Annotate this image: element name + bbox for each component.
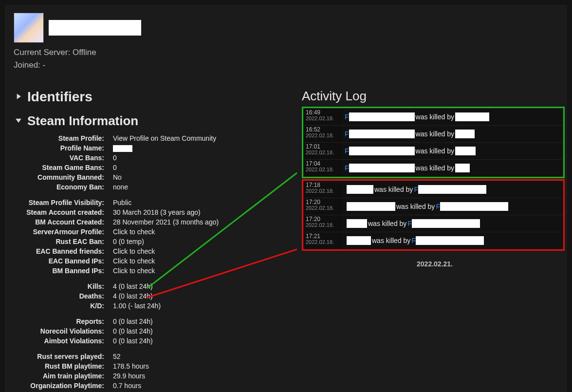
log-name-prefix: F — [345, 164, 349, 172]
steam-info-toggle[interactable]: Steam Information — [14, 113, 286, 129]
table-row[interactable]: 16:522022.02.18. F was killed by — [304, 125, 563, 142]
log-name-prefix: F — [345, 113, 349, 121]
activity-deaths-block: 17:182022.02.18. was killed by F 17:2020… — [302, 179, 565, 251]
next-date-divider: 2022.02.21. — [417, 260, 453, 268]
activity-log-title: Activity Log — [302, 89, 565, 104]
eac-friends-link[interactable]: Click to check — [113, 246, 155, 256]
bm-play-value: 178.5 hours — [113, 361, 149, 371]
deaths-value: 4 (0 last 24h) — [113, 291, 153, 301]
steam-created-value: 30 March 2018 (3 years ago) — [113, 207, 201, 217]
eac-ips-label: EAC Banned IPs: — [14, 256, 113, 266]
log-victim-redacted — [347, 219, 367, 228]
table-row[interactable]: 17:182022.02.18. was killed by F — [304, 181, 563, 198]
log-was-killed-by: was killed by — [367, 220, 407, 227]
org-play-label: Organization Playtime: — [14, 381, 113, 391]
log-name-prefix: F — [436, 203, 440, 210]
log-victim-redacted — [455, 112, 489, 121]
vac-bans-value: 0 — [113, 153, 117, 163]
economy-ban-label: Economy Ban: — [14, 182, 113, 192]
game-bans-label: Steam Game Bans: — [14, 163, 113, 172]
servers-played-label: Rust servers played: — [14, 352, 113, 361]
aim-play-label: Aim train playtime: — [14, 371, 113, 381]
log-name-prefix: F — [411, 237, 416, 244]
aim-play-value: 29.9 hours — [113, 371, 145, 381]
log-killer-redacted — [418, 185, 486, 194]
chevron-right-icon — [14, 89, 23, 105]
steam-info-title: Steam Information — [27, 113, 138, 129]
game-bans-value: 0 — [113, 163, 117, 172]
log-killer-redacted — [412, 219, 480, 228]
current-server-value: Offline — [73, 48, 96, 57]
log-victim-redacted — [347, 185, 373, 194]
kills-value: 4 (0 last 24h) — [113, 281, 153, 291]
visibility-value: Public — [113, 198, 131, 207]
log-timestamp: 16:492022.02.18. — [304, 109, 343, 125]
bm-created-label: BM Account Created: — [14, 217, 113, 227]
profile-name-label: Profile Name: — [14, 143, 113, 153]
log-timestamp: 17:202022.02.18. — [304, 215, 343, 232]
sa-profile-link[interactable]: Click to check — [113, 227, 155, 237]
log-was-killed-by: was killed by — [415, 164, 455, 172]
chevron-down-icon — [14, 113, 23, 129]
log-was-killed-by: was killed by — [415, 113, 455, 121]
kd-label: K/D: — [14, 301, 113, 311]
log-killer-redacted — [349, 164, 415, 172]
table-row[interactable]: 17:042022.02.18. F was killed by — [304, 159, 563, 176]
table-row[interactable]: 16:492022.02.18. F was killed by — [304, 109, 563, 125]
eac-ips-link[interactable]: Click to check — [113, 256, 155, 266]
org-play-value: 0.7 hours — [113, 381, 141, 391]
log-name-prefix: F — [407, 220, 412, 227]
aimbot-label: Aimbot Violations: — [14, 336, 113, 346]
log-name-prefix: F — [345, 130, 349, 138]
rust-eac-label: Rust EAC Ban: — [14, 237, 113, 246]
current-server-label: Current Server: — [14, 48, 70, 57]
steam-profile-link[interactable]: View Profile on Steam Community — [113, 133, 216, 143]
vac-bans-label: VAC Bans: — [14, 153, 113, 163]
log-timestamp: 16:522022.02.18. — [304, 126, 343, 142]
identifiers-toggle[interactable]: Identifiers — [14, 89, 286, 105]
log-killer-redacted — [349, 112, 415, 121]
log-was-killed-by: was killed by — [415, 130, 455, 138]
log-killer-redacted — [440, 202, 508, 211]
joined-label: Joined: — [14, 60, 40, 70]
reports-label: Reports: — [14, 317, 113, 326]
table-row[interactable]: 17:202022.02.18. was killed by F — [304, 198, 563, 215]
visibility-label: Steam Profile Visibility: — [14, 198, 113, 207]
profile-name-redacted — [113, 145, 132, 152]
bm-ips-label: BM Banned IPs: — [14, 266, 113, 276]
aimbot-value: 0 (0 last 24h) — [113, 336, 153, 346]
sa-profile-label: ServerArmour Profile: — [14, 227, 113, 237]
table-row[interactable]: 17:212022.02.18. was killed by F — [304, 232, 563, 249]
servers-played-value: 52 — [113, 352, 121, 361]
joined-value: - — [43, 60, 46, 70]
log-name-prefix: F — [414, 186, 418, 193]
rust-eac-value: 0 (0 temp) — [113, 237, 144, 246]
community-banned-value: No — [113, 172, 122, 182]
log-killer-redacted — [416, 236, 484, 245]
log-victim-redacted — [455, 147, 476, 155]
kd-value: 1.00 (- last 24h) — [113, 301, 161, 311]
log-was-killed-by: was killed by — [395, 203, 436, 210]
log-timestamp: 17:212022.02.18. — [304, 232, 343, 249]
log-was-killed-by: was killed by — [373, 186, 414, 193]
player-name-redacted — [49, 20, 141, 36]
avatar — [14, 13, 44, 43]
bm-ips-link[interactable]: Click to check — [113, 266, 155, 276]
log-victim-redacted — [455, 130, 475, 138]
kills-label: Kills: — [14, 281, 113, 291]
table-row[interactable]: 17:202022.02.18. was killed by F — [304, 215, 563, 232]
table-row[interactable]: 17:012022.02.18. F was killed by — [304, 142, 563, 159]
economy-ban-value: none — [113, 182, 128, 192]
norecoil-value: 0 (0 last 24h) — [113, 326, 153, 336]
log-timestamp: 17:012022.02.18. — [304, 143, 343, 159]
bm-play-label: Rust BM playtime: — [14, 361, 113, 371]
log-victim-redacted — [347, 236, 371, 245]
activity-kills-block: 16:492022.02.18. F was killed by 16:5220… — [302, 107, 565, 178]
log-timestamp: 17:182022.02.18. — [304, 181, 343, 198]
log-timestamp: 17:202022.02.18. — [304, 198, 343, 215]
steam-profile-label: Steam Profile: — [14, 133, 113, 143]
log-victim-redacted — [347, 202, 395, 211]
log-killer-redacted — [349, 147, 415, 155]
deaths-label: Deaths: — [14, 291, 113, 301]
community-banned-label: Community Banned: — [14, 172, 113, 182]
